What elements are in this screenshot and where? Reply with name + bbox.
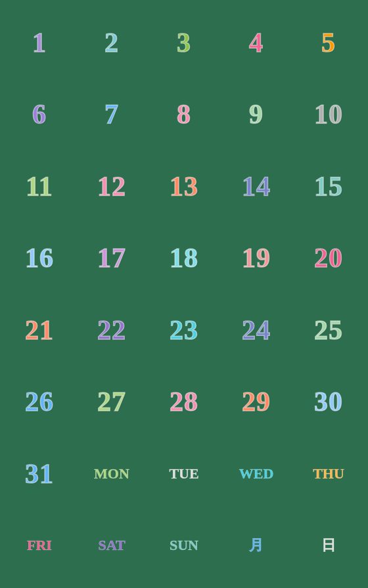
calendar-cell-25: 25 (292, 294, 365, 366)
calendar-cell-6: 6 (3, 79, 76, 151)
day-number: 7 (104, 98, 119, 130)
day-number: 21 (25, 314, 54, 346)
calendar-cell-37: SAT (76, 510, 148, 582)
day-number: 30 (314, 386, 343, 417)
calendar-cell-33: TUE (148, 438, 220, 510)
day-number: 4 (249, 27, 264, 58)
day-label: 月 (249, 536, 264, 555)
calendar-cell-10: 10 (292, 79, 365, 151)
calendar-cell-2: 2 (76, 7, 148, 79)
calendar-cell-40: 日 (292, 510, 365, 582)
calendar-cell-35: THU (292, 438, 365, 510)
day-label: 日 (321, 536, 336, 555)
calendar-cell-31: 31 (3, 438, 76, 510)
day-number: 16 (25, 242, 54, 274)
calendar-cell-20: 20 (292, 222, 365, 295)
day-number: 12 (97, 171, 126, 202)
calendar-cell-16: 16 (3, 222, 76, 295)
day-number: 29 (242, 386, 271, 417)
day-label: FRI (27, 537, 52, 554)
day-label: SAT (98, 537, 125, 554)
calendar-cell-15: 15 (292, 150, 365, 222)
calendar-cell-34: WED (220, 438, 292, 510)
calendar-cell-21: 21 (3, 294, 76, 366)
day-label: THU (313, 465, 344, 482)
calendar-cell-13: 13 (148, 150, 220, 222)
calendar-cell-29: 29 (220, 366, 292, 438)
calendar-cell-26: 26 (3, 366, 76, 438)
calendar-cell-14: 14 (220, 150, 292, 222)
day-number: 24 (242, 314, 271, 346)
calendar-cell-8: 8 (148, 79, 220, 151)
calendar-cell-32: MON (76, 438, 148, 510)
day-number: 26 (25, 386, 54, 417)
calendar-cell-11: 11 (3, 150, 76, 222)
day-number: 27 (97, 386, 126, 417)
day-number: 28 (170, 386, 198, 417)
calendar-cell-9: 9 (220, 79, 292, 151)
day-number: 8 (177, 98, 191, 130)
day-number: 6 (32, 98, 47, 130)
calendar-cell-22: 22 (76, 294, 148, 366)
calendar-cell-28: 28 (148, 366, 220, 438)
day-number: 31 (25, 458, 54, 490)
calendar-cell-19: 19 (220, 222, 292, 295)
day-label: TUE (169, 465, 198, 482)
day-number: 17 (97, 242, 126, 274)
calendar-cell-23: 23 (148, 294, 220, 366)
calendar-cell-24: 24 (220, 294, 292, 366)
day-number: 18 (170, 242, 198, 274)
day-number: 22 (97, 314, 126, 346)
day-number: 20 (314, 242, 343, 274)
day-number: 11 (26, 171, 53, 202)
calendar-cell-30: 30 (292, 366, 365, 438)
calendar-cell-18: 18 (148, 222, 220, 295)
calendar-grid: 1234567891011121314151617181920212223242… (0, 0, 368, 588)
calendar-cell-12: 12 (76, 150, 148, 222)
day-number: 5 (321, 27, 336, 58)
day-number: 10 (314, 98, 343, 130)
day-label: MON (94, 465, 129, 482)
day-number: 1 (32, 27, 47, 58)
calendar-cell-17: 17 (76, 222, 148, 295)
day-number: 9 (249, 98, 264, 130)
day-number: 14 (242, 171, 271, 202)
calendar-cell-38: SUN (148, 510, 220, 582)
calendar-cell-3: 3 (148, 7, 220, 79)
calendar-cell-1: 1 (3, 7, 76, 79)
day-label: SUN (170, 537, 198, 554)
calendar-cell-7: 7 (76, 79, 148, 151)
calendar-cell-27: 27 (76, 366, 148, 438)
day-number: 25 (314, 314, 343, 346)
day-number: 19 (242, 242, 271, 274)
calendar-cell-5: 5 (292, 7, 365, 79)
calendar-cell-36: FRI (3, 510, 76, 582)
day-label: WED (239, 465, 274, 482)
calendar-cell-4: 4 (220, 7, 292, 79)
day-number: 3 (177, 27, 191, 58)
day-number: 23 (170, 314, 198, 346)
day-number: 13 (170, 171, 198, 202)
day-number: 15 (314, 171, 343, 202)
day-number: 2 (104, 27, 119, 58)
calendar-cell-39: 月 (220, 510, 292, 582)
